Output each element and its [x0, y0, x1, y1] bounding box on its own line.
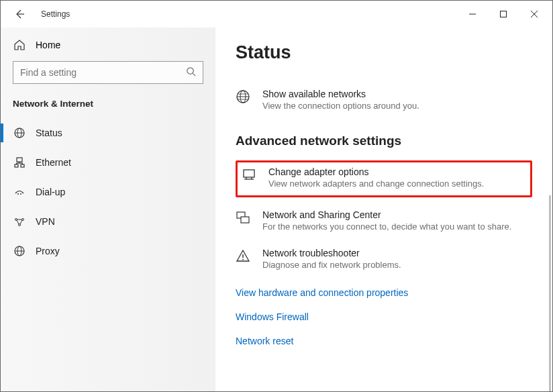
network-sharing-center[interactable]: Network and Sharing Center For the netwo…: [236, 204, 532, 242]
svg-rect-1: [501, 11, 507, 17]
svg-rect-37: [241, 217, 249, 223]
highlighted-option: Change adapter options View network adap…: [236, 160, 532, 197]
sidebar-item-label: Status: [36, 128, 62, 138]
svg-point-16: [17, 193, 19, 195]
main-content: Status Show available networks View the …: [215, 28, 552, 391]
page-title: Status: [236, 42, 532, 63]
svg-point-4: [187, 67, 193, 73]
close-button[interactable]: [519, 3, 550, 25]
svg-line-22: [20, 220, 22, 224]
option-desc: Diagnose and fix network problems.: [262, 260, 401, 270]
sidebar-item-proxy[interactable]: Proxy: [1, 236, 215, 266]
show-available-networks[interactable]: Show available networks View the connect…: [236, 83, 532, 121]
back-button[interactable]: [13, 7, 26, 21]
globe-icon: [13, 126, 26, 140]
ethernet-icon: [13, 156, 26, 169]
sidebar-item-ethernet[interactable]: Ethernet: [1, 148, 215, 177]
advanced-header: Advanced network settings: [236, 134, 532, 148]
dialup-icon: [13, 185, 26, 199]
window-title: Settings: [41, 9, 70, 19]
svg-point-17: [20, 193, 21, 195]
search-icon: [186, 66, 196, 79]
svg-rect-10: [15, 164, 18, 167]
proxy-icon: [13, 244, 26, 258]
sidebar-item-label: Dial-up: [36, 187, 65, 197]
option-desc: For the networks you connect to, decide …: [262, 222, 511, 232]
home-button[interactable]: Home: [1, 33, 215, 61]
option-title: Network and Sharing Center: [262, 209, 511, 220]
vpn-icon: [13, 215, 26, 228]
svg-rect-32: [244, 170, 254, 177]
warning-icon: [236, 248, 250, 263]
section-label: Network & Internet: [1, 96, 215, 118]
sharing-icon: [236, 210, 250, 225]
scrollbar[interactable]: [549, 195, 551, 392]
link-network-reset[interactable]: Network reset: [236, 329, 532, 353]
home-label: Home: [36, 40, 60, 50]
sidebar: Home Network & Internet Status Ethernet: [1, 28, 215, 391]
sidebar-item-vpn[interactable]: VPN: [1, 207, 215, 236]
svg-point-39: [242, 259, 244, 260]
svg-line-21: [17, 220, 19, 224]
option-title: Change adapter options: [268, 166, 484, 177]
adapter-icon: [242, 167, 256, 182]
search-input[interactable]: [13, 61, 203, 84]
option-desc: View network adapters and change connect…: [268, 179, 484, 189]
globe-icon: [236, 89, 250, 104]
link-windows-firewall[interactable]: Windows Firewall: [236, 305, 532, 329]
svg-rect-9: [17, 158, 22, 162]
sidebar-item-label: Ethernet: [36, 157, 71, 168]
network-troubleshooter[interactable]: Network troubleshooter Diagnose and fix …: [236, 242, 532, 281]
minimize-button[interactable]: [457, 3, 488, 25]
link-hardware-properties[interactable]: View hardware and connection properties: [236, 281, 532, 305]
svg-rect-11: [21, 164, 24, 167]
option-desc: View the connection options around you.: [262, 101, 419, 111]
option-title: Show available networks: [262, 89, 419, 99]
maximize-button[interactable]: [488, 3, 519, 25]
option-title: Network troubleshooter: [262, 248, 401, 258]
svg-line-5: [193, 73, 195, 76]
search-field[interactable]: [20, 67, 186, 78]
sidebar-item-label: VPN: [36, 216, 55, 227]
sidebar-item-dialup[interactable]: Dial-up: [1, 177, 215, 207]
change-adapter-options[interactable]: Change adapter options View network adap…: [242, 166, 523, 189]
home-icon: [13, 38, 26, 52]
sidebar-item-label: Proxy: [36, 246, 60, 256]
sidebar-item-status[interactable]: Status: [1, 118, 215, 148]
